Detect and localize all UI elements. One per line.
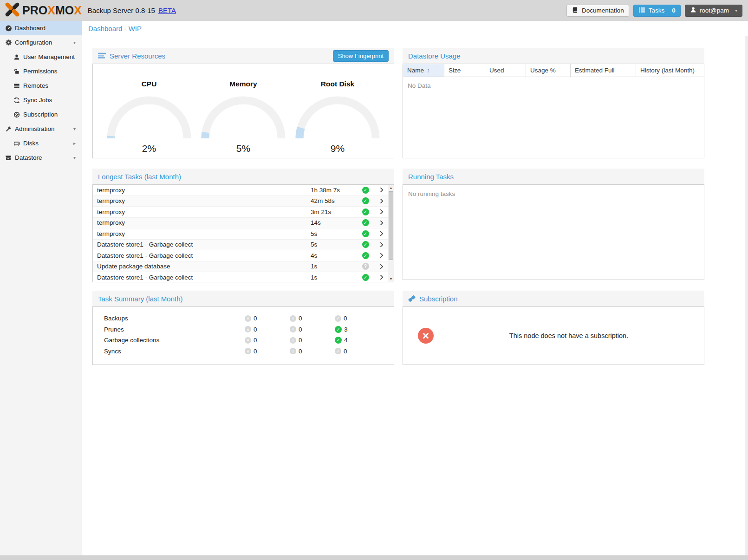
beta-link[interactable]: BETA xyxy=(158,7,176,14)
chevron-right-icon xyxy=(378,220,383,225)
task-open-chevron[interactable] xyxy=(374,243,388,247)
chevron-right-icon xyxy=(378,275,383,280)
sidebar-item-dashboard[interactable]: Dashboard xyxy=(0,21,82,35)
main-scrollbar[interactable] xyxy=(745,36,748,555)
error-cross-icon: × xyxy=(418,328,434,344)
server-resources-title: Server Resources xyxy=(110,52,165,60)
top-bar: PROXMOX Backup Server 0.8-15 BETA Docume… xyxy=(0,0,748,21)
task-row[interactable]: Datastore store1 - Garbage collect5s✓ xyxy=(93,240,388,251)
task-row[interactable]: termproxy1h 38m 7s✓ xyxy=(93,185,388,196)
running-tasks-panel: Running Tasks No running tasks xyxy=(403,169,704,280)
task-row[interactable]: termproxy14s✓ xyxy=(93,218,388,229)
task-status: ✓ xyxy=(357,274,374,281)
status-ok-icon: ✓ xyxy=(362,219,369,226)
task-open-chevron[interactable] xyxy=(374,210,388,214)
column-header-history-last-month[interactable]: History (last Month) xyxy=(636,64,704,77)
sidebar-item-administration[interactable]: Administration▾ xyxy=(0,122,82,136)
ticket-icon xyxy=(408,295,416,302)
task-duration: 5s xyxy=(311,241,357,248)
task-open-chevron[interactable] xyxy=(374,254,388,257)
summary-error-count: 0 xyxy=(254,326,257,333)
task-row[interactable]: Datastore store1 - Garbage collect1s✓ xyxy=(93,272,388,282)
sidebar-item-disks[interactable]: Disks▸ xyxy=(0,136,82,150)
chevron-right-icon xyxy=(378,231,383,236)
gauge-value: 2% xyxy=(105,143,193,154)
summary-row: Garbage collections×0!0✓4 xyxy=(93,335,394,346)
user-menu-button[interactable]: root@pam ▾ xyxy=(685,5,742,17)
caret-down-icon[interactable]: ▾ xyxy=(73,126,76,131)
caret-down-icon[interactable]: ▾ xyxy=(73,155,76,160)
column-header-size[interactable]: Size xyxy=(444,64,485,77)
status-ok-icon: ✓ xyxy=(362,208,369,215)
arrow-up-icon: ↑ xyxy=(427,67,430,74)
task-status: ✓ xyxy=(357,208,374,215)
sidebar-item-sync-jobs[interactable]: Sync Jobs xyxy=(0,93,82,107)
task-row[interactable]: Datastore store1 - Garbage collect4s✓ xyxy=(93,250,388,261)
tasks-count-badge: 0 xyxy=(672,7,676,14)
task-duration: 3m 21s xyxy=(311,208,357,215)
summary-error-count: 0 xyxy=(254,348,257,355)
scrollbar-thumb[interactable] xyxy=(389,191,393,260)
datastore-empty-text: No Data xyxy=(403,77,704,89)
page-header: Dashboard - WIP xyxy=(82,21,748,36)
summary-error: ×0 xyxy=(245,326,290,333)
summary-label: Syncs xyxy=(93,348,245,355)
task-row[interactable]: Update package database1s? xyxy=(93,261,388,273)
task-row[interactable]: termproxy5s✓ xyxy=(93,228,388,240)
caret-right-icon[interactable]: ▸ xyxy=(73,141,76,146)
task-row[interactable]: termproxy42m 58s✓ xyxy=(93,196,388,207)
dashboard-content: Server Resources Show Fingerprint CPU2%M… xyxy=(82,36,748,555)
task-open-chevron[interactable] xyxy=(374,188,388,192)
task-summary-panel: Task Summary (last Month) Backups×0!0✓0P… xyxy=(92,291,394,365)
gears-icon xyxy=(5,39,12,46)
status-ok-icon: ✓ xyxy=(362,197,369,204)
task-name: termproxy xyxy=(93,197,311,204)
task-status: ✓ xyxy=(357,230,374,237)
task-row[interactable]: termproxy3m 21s✓ xyxy=(93,207,388,218)
status-ok-icon: ✓ xyxy=(362,187,369,194)
sidebar-item-label: User Management xyxy=(23,53,75,60)
warning-count-icon: ! xyxy=(290,315,296,322)
scroll-down-icon[interactable]: ▼ xyxy=(388,276,394,282)
tasks-button-label: Tasks xyxy=(649,7,665,14)
sidebar-item-datastore[interactable]: Datastore▾ xyxy=(0,150,82,165)
task-open-chevron[interactable] xyxy=(374,275,388,279)
sidebar-item-label: Sync Jobs xyxy=(23,97,52,104)
sidebar-item-permissions[interactable]: Permissions xyxy=(0,64,82,78)
chevron-right-icon xyxy=(378,209,383,215)
tasks-scrollbar[interactable]: ▲ ▼ xyxy=(388,185,394,282)
remotes-icon xyxy=(13,83,20,89)
task-open-chevron[interactable] xyxy=(374,199,388,203)
longest-tasks-header: Longest Tasks (last Month) xyxy=(92,169,394,184)
gauge-cpu: CPU2% xyxy=(105,72,193,158)
sidebar-item-user-management[interactable]: User Management xyxy=(0,50,82,64)
sidebar-item-subscription[interactable]: Subscription xyxy=(0,107,82,122)
status-unknown-icon: ? xyxy=(362,263,369,270)
task-open-chevron[interactable] xyxy=(374,221,388,225)
column-header-label: Used xyxy=(489,67,504,74)
gauge-label: CPU xyxy=(105,80,193,88)
task-open-chevron[interactable] xyxy=(374,265,388,268)
task-name: termproxy xyxy=(93,208,311,215)
subscription-message: This node does not have a subscription. xyxy=(434,332,704,339)
column-header-estimated-full[interactable]: Estimated Full xyxy=(571,64,636,77)
scroll-up-icon[interactable]: ▲ xyxy=(388,185,394,191)
task-open-chevron[interactable] xyxy=(374,232,388,235)
column-header-used[interactable]: Used xyxy=(485,64,526,77)
longest-tasks-title: Longest Tasks (last Month) xyxy=(98,173,181,181)
task-name: Datastore store1 - Garbage collect xyxy=(93,241,311,248)
column-header-name[interactable]: Name↑ xyxy=(403,64,444,77)
caret-down-icon[interactable]: ▾ xyxy=(73,40,76,45)
summary-row: Prunes×0!0✓3 xyxy=(93,324,394,335)
tasks-button[interactable]: Tasks 0 xyxy=(633,5,681,17)
sidebar-item-configuration[interactable]: Configuration▾ xyxy=(0,35,82,50)
chevron-right-icon xyxy=(378,188,383,193)
documentation-button[interactable]: Documentation xyxy=(566,5,629,17)
column-header-usage[interactable]: Usage % xyxy=(526,64,571,77)
show-fingerprint-button[interactable]: Show Fingerprint xyxy=(333,50,389,62)
warning-count-icon: ! xyxy=(290,348,296,354)
task-summary-body: Backups×0!0✓0Prunes×0!0✓3Garbage collect… xyxy=(92,306,394,365)
gauge-value: 9% xyxy=(293,143,382,154)
sidebar-item-remotes[interactable]: Remotes xyxy=(0,78,82,93)
task-status: ✓ xyxy=(357,252,374,259)
